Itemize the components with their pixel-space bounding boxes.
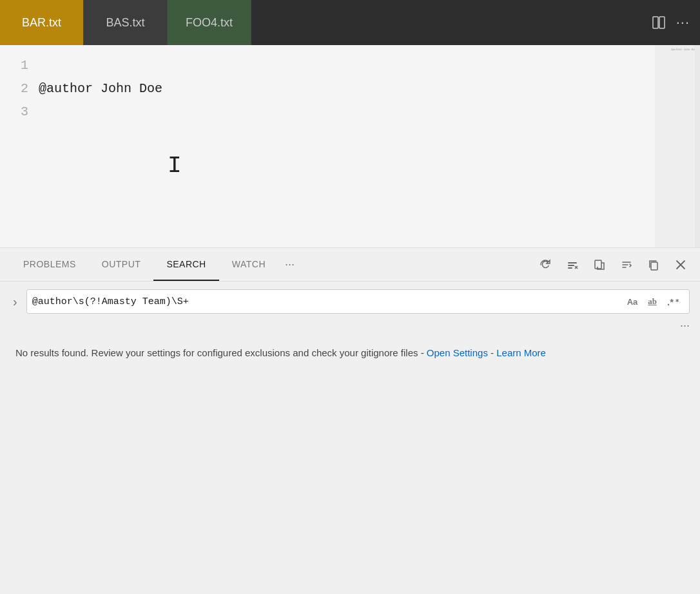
editor-line-1 [39, 54, 655, 77]
more-options-button[interactable]: ··· [680, 319, 690, 332]
svg-rect-8 [651, 262, 657, 270]
clear-icon [566, 258, 579, 271]
tab-output[interactable]: OUTPUT [89, 248, 154, 281]
split-editor-icon [652, 15, 666, 30]
tab-problems[interactable]: PROBLEMS [10, 248, 89, 281]
word-icon: ab [648, 296, 657, 307]
no-results-area: No results found. Review your settings f… [0, 335, 700, 371]
more-actions-button[interactable]: ··· [676, 14, 690, 31]
refresh-icon [539, 258, 552, 271]
search-options: Aa ab .* ＊ [624, 295, 684, 309]
use-regex-button[interactable]: .* ＊ [664, 295, 684, 309]
panel-actions [536, 256, 690, 274]
editor-area: 1 2 3 @author John Doe I @author John Do… [0, 45, 700, 248]
panel-tab-more[interactable]: ··· [278, 258, 301, 271]
more-actions-icon: ··· [676, 14, 690, 31]
search-input[interactable] [32, 296, 624, 307]
clear-results-button[interactable] [563, 256, 581, 274]
open-editor-icon [593, 258, 606, 271]
tab-controls: ··· [641, 0, 700, 45]
svg-rect-3 [568, 265, 574, 266]
minimap: @author John Doe [655, 45, 700, 247]
match-case-button[interactable]: Aa [624, 296, 641, 308]
panel-area: PROBLEMS OUTPUT SEARCH WATCH ··· [0, 248, 700, 594]
line-numbers: 1 2 3 [0, 45, 39, 247]
open-in-editor-button[interactable] [590, 256, 608, 274]
collapse-all-button[interactable] [617, 256, 636, 274]
close-panel-button[interactable] [672, 256, 690, 274]
more-options-row: ··· [0, 319, 700, 335]
expand-toggle[interactable]: › [10, 292, 20, 312]
line-number-2: 2 [0, 77, 28, 101]
tab-foo4-label: FOO4.txt [186, 16, 233, 30]
search-row: › Aa ab .* ＊ [10, 289, 690, 314]
tab-bar-txt[interactable]: BAR.txt [0, 0, 84, 45]
text-cursor: I [168, 155, 182, 180]
open-settings-link[interactable]: Open Settings [427, 347, 488, 358]
tab-bas-label: BAS.txt [106, 16, 144, 30]
tab-bar: BAR.txt BAS.txt FOO4.txt ··· [0, 0, 700, 45]
tab-bas-txt[interactable]: BAS.txt [84, 0, 168, 45]
search-area: › Aa ab .* ＊ [0, 282, 700, 319]
tab-watch[interactable]: WATCH [219, 248, 278, 281]
svg-rect-1 [659, 17, 665, 28]
minimap-text: @author John Doe [671, 48, 696, 51]
regex-star-icon: ＊ [674, 297, 681, 307]
editor-line-2: @author John Doe [39, 77, 655, 101]
svg-rect-2 [568, 262, 577, 263]
editor-scrollbar[interactable] [695, 45, 700, 247]
svg-rect-4 [568, 267, 572, 269]
copy-all-button[interactable] [645, 256, 663, 274]
results-separator: - [488, 347, 496, 358]
editor-line-2-text: @author John Doe [39, 77, 162, 101]
refresh-button[interactable] [536, 256, 554, 274]
split-editor-button[interactable] [652, 15, 666, 30]
editor-line-3 [39, 101, 655, 124]
learn-more-link[interactable]: Learn More [496, 347, 546, 358]
line-number-3: 3 [0, 101, 28, 124]
panel-tabs: PROBLEMS OUTPUT SEARCH WATCH ··· [0, 248, 700, 282]
line-number-1: 1 [0, 54, 28, 77]
editor-content[interactable]: @author John Doe I [39, 45, 655, 247]
svg-rect-7 [595, 260, 601, 269]
search-input-wrapper[interactable]: Aa ab .* ＊ [26, 289, 690, 314]
tab-foo4-txt[interactable]: FOO4.txt [168, 0, 251, 45]
no-results-text: No results found. Review your settings f… [15, 347, 427, 358]
match-word-button[interactable]: ab [645, 295, 660, 308]
regex-icon: .* [667, 296, 674, 307]
tab-search[interactable]: SEARCH [153, 248, 219, 281]
tab-spacer [251, 0, 641, 45]
copy-icon [647, 258, 660, 271]
tab-bar-label: BAR.txt [22, 16, 61, 30]
close-icon [674, 258, 687, 271]
svg-rect-0 [653, 17, 658, 28]
collapse-icon [620, 258, 633, 271]
